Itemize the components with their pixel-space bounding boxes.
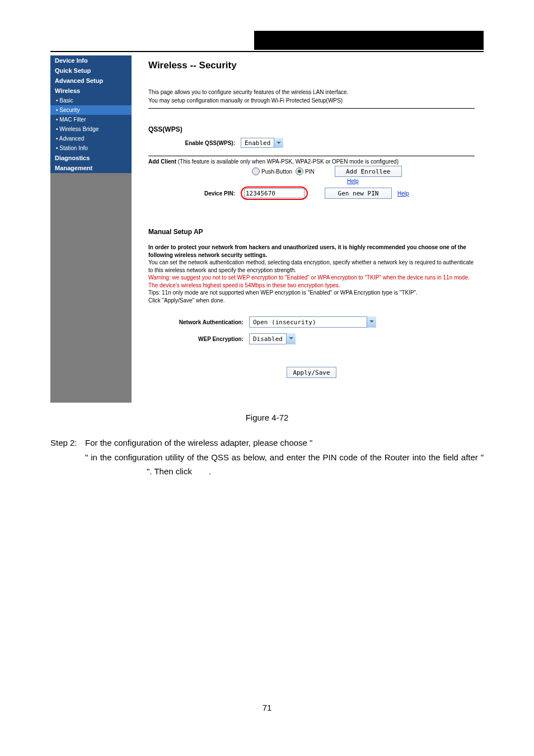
chevron-down-icon <box>286 333 296 344</box>
radio-pin-label: PIN <box>305 169 315 175</box>
manual-para-bold: In order to protect your network from ha… <box>148 244 466 258</box>
radio-push-button[interactable]: Push-Button <box>252 167 292 175</box>
step-line-2b: ". Then click <box>147 466 192 476</box>
nav-management[interactable]: Management <box>50 163 132 173</box>
nav-device-info[interactable]: Device Info <box>50 55 132 66</box>
wep-select[interactable]: Disabled <box>249 333 296 344</box>
manual-heading: Manual Setup AP <box>148 228 475 236</box>
nav-mac-filter[interactable]: • MAC Filter <box>50 115 132 124</box>
radio-on-icon <box>296 167 303 175</box>
add-enrollee-button[interactable]: Add Enrollee <box>335 166 402 177</box>
manual-para-3: Click "Apply/Save" when done. <box>148 297 225 304</box>
wep-label: WEP Encryption: <box>148 336 249 342</box>
add-client-label: Add Client <box>148 158 176 165</box>
nav-sidebar: Device Info Quick Setup Advanced Setup W… <box>50 55 132 403</box>
manual-para-2: Tips: 11n only mode are not supported wh… <box>148 290 418 296</box>
nav-wireless-bridge[interactable]: • Wireless Bridge <box>50 124 132 134</box>
device-pin-label: Device PIN: <box>148 190 241 197</box>
net-auth-select[interactable]: Open (insecurity) <box>249 316 376 328</box>
nav-station-info[interactable]: • Station Info <box>50 143 132 153</box>
manual-para-warn: Warning: we suggest you not to set WEP e… <box>148 274 470 288</box>
radio-push-button-label: Push-Button <box>261 169 292 175</box>
step-line-1b: " in the configuration utility of the QS… <box>85 452 367 462</box>
intro-text-2: You may setup configuration manually or … <box>148 96 475 105</box>
page-title: Wireless -- Security <box>148 60 475 71</box>
device-pin-input[interactable] <box>244 188 305 198</box>
page-number: 71 <box>50 703 484 712</box>
radio-off-icon <box>252 167 260 175</box>
chevron-down-icon <box>367 316 376 328</box>
manual-para-1: You can set the network authentication m… <box>148 259 474 273</box>
apply-save-button[interactable]: Apply/Save <box>287 367 336 378</box>
step-lead: Step 2: <box>50 436 85 450</box>
nav-basic[interactable]: • Basic <box>50 96 132 105</box>
qss-heading: QSS(WPS) <box>148 125 475 133</box>
content-panel: Wireless -- Security This page allows yo… <box>132 55 484 403</box>
intro-text-1: This page allows you to configure securi… <box>148 88 475 96</box>
nav-wireless[interactable]: Wireless <box>50 86 132 96</box>
separator-2 <box>148 156 475 156</box>
chevron-down-icon <box>274 138 283 148</box>
help-link-1[interactable]: Help <box>347 178 359 184</box>
nav-diagnostics[interactable]: Diagnostics <box>50 153 132 163</box>
nav-quick-setup[interactable]: Quick Setup <box>50 66 132 76</box>
nav-advanced-setup[interactable]: Advanced Setup <box>50 76 132 86</box>
header-rule <box>50 51 484 52</box>
net-auth-label: Network Authentication: <box>148 319 249 325</box>
enable-qss-select[interactable]: Enabled <box>241 138 283 148</box>
step-line-2c: . <box>209 466 211 476</box>
nav-filler <box>50 173 132 403</box>
help-link-2[interactable]: Help <box>397 190 409 197</box>
header-black-bar <box>50 31 484 51</box>
nav-security[interactable]: • Security <box>50 105 132 115</box>
enable-qss-label: Enable QSS(WPS): <box>148 140 241 146</box>
gen-new-pin-button[interactable]: Gen new PIN <box>325 188 392 199</box>
radio-pin[interactable]: PIN <box>296 167 315 175</box>
step-line-2a: the Router into the field after " <box>370 452 484 462</box>
nav-advanced[interactable]: • Advanced <box>50 134 132 143</box>
step-line-1a: For the configuration of the wireless ad… <box>85 438 312 447</box>
add-client-line: Add Client (This feature is available on… <box>148 158 475 165</box>
add-client-note: (This feature is available only when WPA… <box>176 158 399 165</box>
router-screenshot: Device Info Quick Setup Advanced Setup W… <box>50 55 484 403</box>
figure-caption: Figure 4-72 <box>50 413 484 422</box>
separator <box>148 108 475 109</box>
highlight-oval <box>241 186 308 200</box>
step-2-text: Step 2:For the configuration of the wire… <box>50 436 484 479</box>
